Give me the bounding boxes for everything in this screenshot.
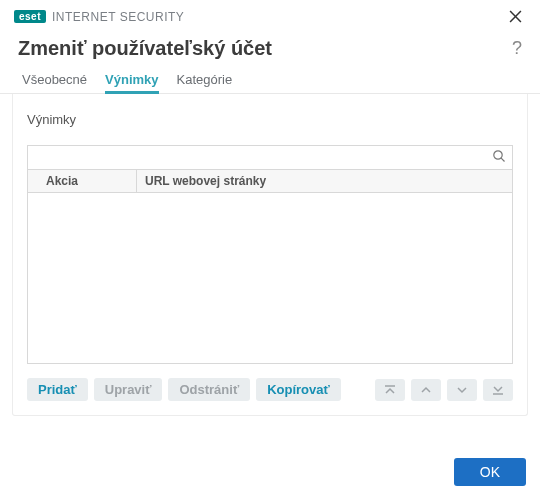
chevron-bottom-icon bbox=[491, 384, 505, 396]
move-top-button[interactable] bbox=[375, 379, 405, 401]
button-label: Pridať bbox=[38, 382, 77, 397]
close-button[interactable] bbox=[505, 8, 526, 25]
column-url[interactable]: URL webovej stránky bbox=[137, 170, 512, 192]
tab-categories[interactable]: Kategórie bbox=[177, 68, 233, 93]
window: eset INTERNET SECURITY Zmeniť používateľ… bbox=[0, 0, 540, 500]
chevron-up-icon bbox=[419, 384, 433, 396]
chevron-down-icon bbox=[455, 384, 469, 396]
move-down-button[interactable] bbox=[447, 379, 477, 401]
help-icon: ? bbox=[512, 38, 522, 58]
search-bar bbox=[27, 145, 513, 169]
column-action[interactable]: Akcia bbox=[28, 170, 137, 192]
button-row: Pridať Upraviť Odstrániť Kopírovať bbox=[27, 378, 513, 401]
brand: eset INTERNET SECURITY bbox=[14, 10, 184, 24]
content-card: Výnimky Akcia URL webovej stránky Pridať… bbox=[12, 94, 528, 416]
svg-line-3 bbox=[501, 158, 504, 161]
move-up-button[interactable] bbox=[411, 379, 441, 401]
table-header: Akcia URL webovej stránky bbox=[27, 169, 513, 193]
add-button[interactable]: Pridať bbox=[27, 378, 88, 401]
help-button[interactable]: ? bbox=[512, 38, 522, 59]
button-label: OK bbox=[480, 464, 500, 480]
button-label: Odstrániť bbox=[179, 382, 239, 397]
button-label: Upraviť bbox=[105, 382, 152, 397]
page-title: Zmeniť používateľský účet bbox=[18, 37, 272, 60]
ok-button[interactable]: OK bbox=[454, 458, 526, 486]
tab-bar: Všeobecné Výnimky Kategórie bbox=[0, 68, 540, 94]
tab-label: Kategórie bbox=[177, 72, 233, 87]
close-icon bbox=[509, 10, 522, 23]
tab-label: Všeobecné bbox=[22, 72, 87, 87]
move-bottom-button[interactable] bbox=[483, 379, 513, 401]
search-icon[interactable] bbox=[492, 149, 506, 166]
tab-label: Výnimky bbox=[105, 72, 158, 87]
section-label: Výnimky bbox=[27, 112, 513, 127]
search-input[interactable] bbox=[34, 150, 492, 166]
button-label: Kopírovať bbox=[267, 382, 330, 397]
table-body[interactable] bbox=[27, 193, 513, 364]
action-buttons: Pridať Upraviť Odstrániť Kopírovať bbox=[27, 378, 341, 401]
svg-point-2 bbox=[494, 151, 502, 159]
reorder-buttons bbox=[375, 379, 513, 401]
delete-button[interactable]: Odstrániť bbox=[168, 378, 250, 401]
brand-product: INTERNET SECURITY bbox=[52, 10, 184, 24]
edit-button[interactable]: Upraviť bbox=[94, 378, 163, 401]
chevron-top-icon bbox=[383, 384, 397, 396]
header: Zmeniť používateľský účet ? bbox=[0, 27, 540, 68]
tab-exceptions[interactable]: Výnimky bbox=[105, 68, 158, 93]
titlebar: eset INTERNET SECURITY bbox=[0, 0, 540, 27]
copy-button[interactable]: Kopírovať bbox=[256, 378, 341, 401]
tab-general[interactable]: Všeobecné bbox=[22, 68, 87, 93]
brand-logo: eset bbox=[14, 10, 46, 23]
footer: OK bbox=[454, 458, 526, 486]
